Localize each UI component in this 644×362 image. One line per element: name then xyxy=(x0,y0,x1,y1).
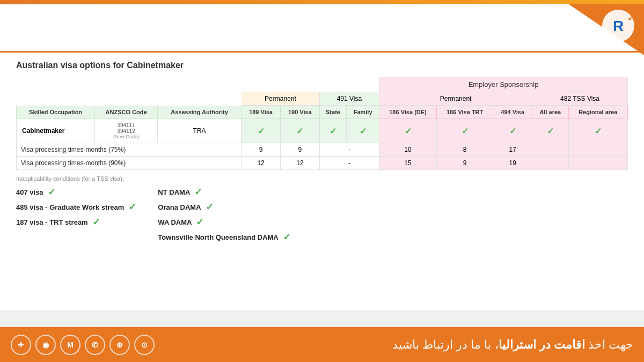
visa-item-407: 407 visa ✓ xyxy=(16,186,136,198)
cat-tss: 482 TSS Visa xyxy=(532,92,628,106)
top-bar xyxy=(0,0,644,4)
visa-187-check: ✓ xyxy=(92,216,100,228)
col-regional-area: Regional area xyxy=(568,106,628,119)
col-anzsco: ANZSCO Code xyxy=(95,106,158,119)
cat-permanent-employer: Permanent xyxy=(379,92,532,106)
bottom-text-normal: جهت اخذ xyxy=(585,338,633,351)
check-family: ✓ xyxy=(347,119,379,143)
col-family: Family xyxy=(347,106,379,119)
visa-item-wa-dama: WA DAMA ✓ xyxy=(158,216,290,228)
col-494: 494 Visa xyxy=(493,106,532,119)
visa-table: Employer Sponsorship Permanent 491 Visa … xyxy=(16,77,628,170)
instagram-icon[interactable]: ◉ xyxy=(35,335,56,355)
category-row: Permanent 491 Visa Permanent 482 TSS Vis… xyxy=(17,92,628,106)
visa-485-label: 485 visa - Graduate Work stream xyxy=(16,203,124,211)
visa-item-187: 187 visa - TRT stream ✓ xyxy=(16,216,136,228)
time-75-all xyxy=(532,143,568,157)
visa-187-label: 187 visa - TRT stream xyxy=(16,218,88,226)
nt-dama-check: ✓ xyxy=(194,186,202,198)
visa-col-left: 407 visa ✓ 485 visa - Graduate Work stre… xyxy=(16,186,136,243)
empty-header-1 xyxy=(17,77,241,92)
visa-item-nt-dama: NT DAMA ✓ xyxy=(158,186,290,198)
check-state: ✓ xyxy=(319,119,346,143)
time-90-all xyxy=(532,157,568,170)
visa-item-orana-dama: Orana DAMA ✓ xyxy=(158,201,290,213)
time-90-494: 19 xyxy=(493,157,532,170)
col-186de: 186 Visa (DE) xyxy=(379,106,437,119)
inapp-title: Inapplicability conditions (for a TSS vi… xyxy=(16,175,628,182)
cat-permanent: Permanent xyxy=(241,92,320,106)
mail-icon[interactable]: M xyxy=(60,335,80,355)
empty-cat-1 xyxy=(17,92,241,106)
time-75-186trt: 8 xyxy=(436,143,493,157)
time-90-186de: 15 xyxy=(379,157,437,170)
time-75-186de: 10 xyxy=(379,143,437,157)
time-90-190: 12 xyxy=(280,157,319,170)
bottom-bar: ✈ ◉ M ✆ ⊕ ⊙ جهت اخذ اقامت در استرالیا، ب… xyxy=(0,327,644,362)
col-assessing: Assessing Authority xyxy=(158,106,241,119)
time-90-label: Visa processing times-months (90%) xyxy=(17,157,241,170)
bottom-text-bold: اقامت در استرالیا xyxy=(499,338,585,351)
check-all-area: ✓ xyxy=(532,119,568,143)
orana-dama-label: Orana DAMA xyxy=(158,203,201,211)
check-190: ✓ xyxy=(280,119,319,143)
check-186trt: ✓ xyxy=(436,119,493,143)
col-186trt: 186 Visa TRT xyxy=(436,106,493,119)
col-189: 189 Visa xyxy=(241,106,281,119)
bottom-text: جهت اخذ اقامت در استرالیا، با ما در ارتب… xyxy=(392,338,633,352)
social-icons-group[interactable]: ✈ ◉ M ✆ ⊕ ⊙ xyxy=(11,335,155,355)
cat-491: 491 Visa xyxy=(319,92,379,106)
logo: R xyxy=(601,9,636,46)
check-494: ✓ xyxy=(493,119,532,143)
authority-name: TRA xyxy=(158,119,241,143)
whatsapp-icon[interactable]: ✆ xyxy=(85,335,105,355)
time-90-186trt: 9 xyxy=(436,157,493,170)
townsville-label: Townsville North Queensland DAMA xyxy=(158,233,278,241)
time-75-label: Visa processing times-months (75%) xyxy=(17,143,241,157)
employer-sponsorship-header: Employer Sponsorship xyxy=(379,77,628,92)
empty-header-2 xyxy=(241,77,379,92)
web-icon[interactable]: ⊕ xyxy=(109,335,130,355)
townsville-check: ✓ xyxy=(283,231,291,243)
visa-col-right: NT DAMA ✓ Orana DAMA ✓ WA DAMA ✓ Townsvi… xyxy=(158,186,290,243)
time-90-state-family: - xyxy=(319,157,379,170)
col-state: State xyxy=(319,106,346,119)
nt-dama-label: NT DAMA xyxy=(158,188,190,196)
telegram-icon[interactable]: ✈ xyxy=(11,335,31,355)
visa-conditions: 407 visa ✓ 485 visa - Graduate Work stre… xyxy=(16,186,628,243)
time-75-regional xyxy=(568,143,628,157)
bottom-text-end: ، با ما در ارتباط باشید xyxy=(392,338,499,351)
inapplicability-section: Inapplicability conditions (for a TSS vi… xyxy=(16,175,628,246)
wa-dama-label: WA DAMA xyxy=(158,218,192,226)
location-icon[interactable]: ⊙ xyxy=(134,335,155,355)
page-title: Australian visa options for Cabinetmaker xyxy=(16,61,628,70)
time-75-494: 17 xyxy=(493,143,532,157)
header: R xyxy=(0,4,644,53)
col-190: 190 Visa xyxy=(280,106,319,119)
visa-407-check: ✓ xyxy=(48,186,56,198)
employer-header-row: Employer Sponsorship xyxy=(17,77,628,92)
svg-text:R: R xyxy=(613,18,624,34)
wa-dama-check: ✓ xyxy=(196,216,204,228)
visa-item-485: 485 visa - Graduate Work stream ✓ xyxy=(16,201,136,213)
orana-dama-check: ✓ xyxy=(206,201,214,213)
time-75-state-family: - xyxy=(319,143,379,157)
check-189: ✓ xyxy=(241,119,281,143)
occupation-data-row: Cabinetmaker 394111 394112 (New Code) TR… xyxy=(17,119,628,143)
visa-item-townsville: Townsville North Queensland DAMA ✓ xyxy=(158,231,290,243)
col-all-area: All area xyxy=(532,106,568,119)
visa-table-wrapper: Employer Sponsorship Permanent 491 Visa … xyxy=(16,77,628,170)
col-skilled-occupation: Skilled Occupation xyxy=(17,106,95,119)
visa-407-label: 407 visa xyxy=(16,188,43,196)
processing-time-90-row: Visa processing times-months (90%) 12 12… xyxy=(17,157,628,170)
time-90-189: 12 xyxy=(241,157,281,170)
time-90-regional xyxy=(568,157,628,170)
processing-time-75-row: Visa processing times-months (75%) 9 9 -… xyxy=(17,143,628,157)
column-header-row: Skilled Occupation ANZSCO Code Assessing… xyxy=(17,106,628,119)
time-75-190: 9 xyxy=(280,143,319,157)
visa-485-check: ✓ xyxy=(128,201,136,213)
main-content: Australian visa options for Cabinetmaker… xyxy=(0,53,644,310)
check-186de: ✓ xyxy=(379,119,437,143)
occupation-name: Cabinetmaker xyxy=(17,119,95,143)
time-75-189: 9 xyxy=(241,143,281,157)
